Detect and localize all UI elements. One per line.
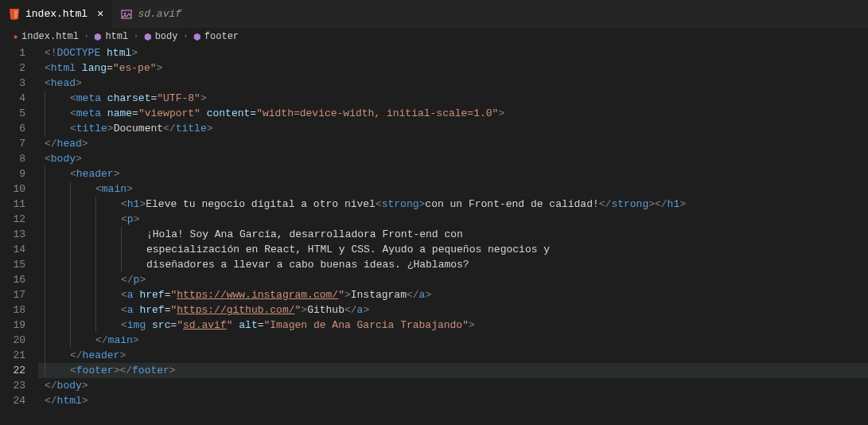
code-line[interactable]: </body> <box>38 378 868 393</box>
image-file-icon <box>120 8 133 21</box>
symbol-icon: ⬢ <box>193 32 201 42</box>
code-line[interactable]: </p> <box>38 272 868 287</box>
code-line[interactable]: <img src="sd.avif" alt="Imagen de Ana Ga… <box>38 318 868 333</box>
svg-point-1 <box>124 12 126 14</box>
line-number: 21 <box>0 348 25 363</box>
line-number: 18 <box>0 302 25 318</box>
breadcrumb[interactable]: ⬥ index.html › ⬢ html › ⬢ body › ⬢ foote… <box>0 28 868 45</box>
symbol-icon: ⬢ <box>94 32 102 42</box>
code-content[interactable]: <!DOCTYPE html><html lang="es-pe"><head>… <box>38 45 868 408</box>
line-number: 1 <box>0 45 25 60</box>
line-number: 16 <box>0 272 25 287</box>
line-number: 22 <box>0 363 25 378</box>
line-number: 13 <box>0 227 25 242</box>
chevron-right-icon: › <box>84 33 88 41</box>
line-number: 19 <box>0 318 25 333</box>
symbol-icon: ⬢ <box>144 32 152 42</box>
line-number: 17 <box>0 287 25 302</box>
code-line[interactable]: <meta charset="UTF-8"> <box>38 91 868 106</box>
code-line[interactable]: <a href="https://www.instagram.com/">Ins… <box>38 287 868 302</box>
code-line[interactable]: <body> <box>38 151 868 166</box>
chevron-right-icon: › <box>183 33 187 41</box>
line-number: 3 <box>0 76 25 91</box>
line-number-gutter: 123456789101112131415161718192021222324 <box>0 45 38 408</box>
code-line[interactable]: </header> <box>38 348 868 363</box>
line-number: 7 <box>0 136 25 151</box>
html-file-icon: ⬥ <box>13 31 18 42</box>
breadcrumb-file[interactable]: ⬥ index.html <box>13 31 79 42</box>
code-line[interactable]: <header> <box>38 166 868 181</box>
tab-label: sd.avif <box>138 8 181 20</box>
tab-sd-avif[interactable]: sd.avif <box>112 0 190 28</box>
code-editor[interactable]: 123456789101112131415161718192021222324 … <box>0 45 868 408</box>
code-line[interactable]: <head> <box>38 76 868 91</box>
tab-index-html[interactable]: index.html × <box>0 0 112 28</box>
code-line[interactable]: <!DOCTYPE html> <box>38 45 868 60</box>
chevron-right-icon: › <box>134 33 138 41</box>
code-line[interactable]: diseñadores a llevar a cabo buenas ideas… <box>38 257 868 272</box>
line-number: 15 <box>0 257 25 272</box>
line-number: 14 <box>0 242 25 257</box>
breadcrumb-body[interactable]: ⬢ body <box>144 31 178 42</box>
line-number: 9 <box>0 166 25 181</box>
line-number: 10 <box>0 181 25 197</box>
line-number: 5 <box>0 106 25 121</box>
code-line[interactable]: <meta name="viewport" content="width=dev… <box>38 106 868 121</box>
code-line[interactable]: <main> <box>38 181 868 197</box>
code-line[interactable]: especialización en React, HTML y CSS. Ay… <box>38 242 868 257</box>
line-number: 12 <box>0 212 25 227</box>
line-number: 24 <box>0 393 25 408</box>
editor-tabs: index.html × sd.avif <box>0 0 868 28</box>
code-line[interactable]: <html lang="es-pe"> <box>38 60 868 76</box>
line-number: 4 <box>0 91 25 106</box>
breadcrumb-html[interactable]: ⬢ html <box>94 31 128 42</box>
line-number: 23 <box>0 378 25 393</box>
line-number: 20 <box>0 333 25 348</box>
code-line[interactable]: <footer></footer> <box>38 363 868 378</box>
code-line[interactable]: <h1>Eleve tu negocio digital a otro nive… <box>38 197 868 212</box>
code-line[interactable]: </html> <box>38 393 868 408</box>
code-line[interactable]: </head> <box>38 136 868 151</box>
code-line[interactable]: <a href="https://github.com/">Github</a> <box>38 302 868 318</box>
line-number: 6 <box>0 121 25 136</box>
line-number: 8 <box>0 151 25 166</box>
code-line[interactable]: <title>Document</title> <box>38 121 868 136</box>
code-line[interactable]: ¡Hola! Soy Ana García, desarrolladora Fr… <box>38 227 868 242</box>
code-line[interactable]: </main> <box>38 333 868 348</box>
line-number: 2 <box>0 60 25 76</box>
breadcrumb-footer[interactable]: ⬢ footer <box>193 31 239 42</box>
tab-label: index.html <box>25 8 88 20</box>
code-line[interactable]: <p> <box>38 212 868 227</box>
line-number: 11 <box>0 197 25 212</box>
html-file-icon <box>8 8 21 21</box>
close-icon[interactable]: × <box>97 8 103 21</box>
